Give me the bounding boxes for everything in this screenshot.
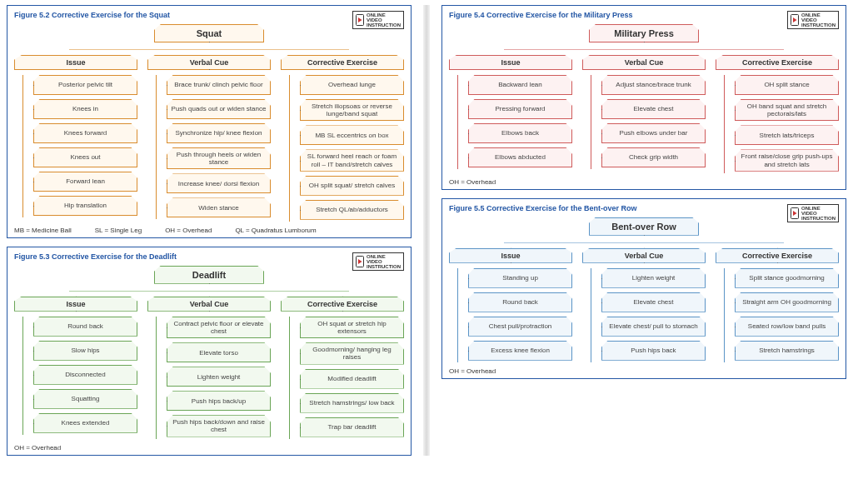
column-header: Corrective Exercise bbox=[716, 248, 839, 263]
tree-item: Check grip width bbox=[601, 147, 706, 167]
column-items: Contract pelvic floor or elevate chestEl… bbox=[156, 317, 271, 439]
tree-item: OH split squat/ stretch calves bbox=[300, 176, 404, 196]
legend-item: SL = Single Leg bbox=[95, 227, 142, 234]
columns: IssueStanding upRound backChest pull/pro… bbox=[449, 248, 839, 362]
column-header: Issue bbox=[449, 248, 572, 263]
column: Corrective ExerciseOverhead lungeStretch… bbox=[281, 55, 404, 222]
page-right: Figure 5.4 Corrective Exercise for the M… bbox=[441, 5, 846, 456]
root-node: Deadlift bbox=[154, 266, 264, 284]
tree-item: Goodmorning/ hanging leg raises bbox=[300, 342, 404, 364]
column-items: OH split stanceOH band squat and stretch… bbox=[724, 75, 839, 173]
column-header: Verbal Cue bbox=[147, 55, 271, 70]
tree-item: Split stance goodmorning bbox=[735, 268, 839, 288]
tree-item: Widen stance bbox=[167, 197, 271, 217]
tree-item: Modified deadlift bbox=[300, 369, 404, 389]
diagram-tree: Military PressIssueBackward leanPressing… bbox=[449, 24, 839, 173]
column: IssuePosterior pelvic tiltKnees inKnees … bbox=[14, 55, 137, 222]
figure-title: Figure 5.5 Corrective Exercise for the B… bbox=[449, 204, 839, 212]
tree-item: Push elbows under bar bbox=[601, 123, 706, 143]
tree-item: OH split stance bbox=[735, 75, 839, 95]
tree-item: Stretch QL/ab/adductors bbox=[300, 200, 404, 220]
tree-item: MB SL eccentrics on box bbox=[300, 125, 404, 145]
column: IssueBackward leanPressing forwardElbows… bbox=[449, 55, 572, 173]
tree-item: Trap bar deadlift bbox=[300, 417, 404, 437]
tree-item: Increase knee/ dorsi flexion bbox=[167, 173, 271, 193]
tree-item: Push hips back/up bbox=[167, 391, 271, 411]
legend-item: OH = Overhead bbox=[449, 178, 496, 186]
tree-item: Push through heels or widen stance bbox=[167, 147, 271, 169]
tree-item: Round back bbox=[33, 317, 137, 337]
legend-item: OH = Overhead bbox=[165, 227, 212, 234]
tree-item: Pressing forward bbox=[468, 99, 572, 119]
tree-item: OH squat or stretch hip extensors bbox=[300, 317, 404, 338]
diagram-tree: Bent-over RowIssueStanding upRound backC… bbox=[449, 217, 839, 362]
book-spread: Figure 5.2 Corrective Exercise for the S… bbox=[7, 5, 846, 456]
tree-item: Hip translation bbox=[33, 196, 137, 216]
figure-panel-squat: Figure 5.2 Corrective Exercise for the S… bbox=[7, 5, 412, 238]
tree-item: Push quads out or widen stance bbox=[167, 99, 271, 119]
column-items: Posterior pelvic tiltKnees inKnees forwa… bbox=[22, 75, 137, 217]
tree-item: Standing up bbox=[468, 268, 572, 288]
column: Verbal CueLighten weightElevate chestEle… bbox=[582, 248, 706, 362]
tree-item: Forward lean bbox=[33, 172, 137, 192]
book-spine bbox=[423, 5, 430, 456]
column-items: OH squat or stretch hip extensorsGoodmor… bbox=[289, 317, 404, 439]
tree-item: Contract pelvic floor or elevate chest bbox=[167, 317, 271, 338]
tree-item: Slow hips bbox=[33, 341, 137, 361]
tree-item: Synchronize hip/ knee flexion bbox=[167, 123, 271, 143]
legend-item: OH = Overhead bbox=[14, 444, 61, 452]
column: Corrective ExerciseOH squat or stretch h… bbox=[281, 297, 404, 439]
root-node: Military Press bbox=[589, 24, 699, 42]
column-items: Split stance goodmorningStraight arm OH … bbox=[724, 268, 839, 362]
column: Verbal CueBrace trunk/ clinch pelvic flo… bbox=[147, 55, 271, 222]
column-header: Corrective Exercise bbox=[281, 55, 404, 70]
tree-item: Overhead lunge bbox=[300, 75, 404, 95]
tree-item: Backward lean bbox=[468, 75, 572, 95]
column-items: Lighten weightElevate chestElevate chest… bbox=[591, 268, 706, 362]
column: IssueStanding upRound backChest pull/pro… bbox=[449, 248, 572, 362]
tree-item: Elevate torso bbox=[167, 342, 271, 362]
tree-item: Chest pull/protraction bbox=[468, 317, 572, 337]
tree-item: Brace trunk/ clinch pelvic floor bbox=[167, 75, 271, 95]
column-header: Verbal Cue bbox=[582, 55, 706, 70]
svg-marker-7 bbox=[793, 211, 797, 216]
column-items: Brace trunk/ clinch pelvic floorPush qua… bbox=[156, 75, 271, 219]
figure-title: Figure 5.2 Corrective Exercise for the S… bbox=[14, 11, 404, 19]
tree-item: Elevate chest/ pull to stomach bbox=[601, 317, 706, 337]
figure-title: Figure 5.3 Corrective Exercise for the D… bbox=[14, 252, 404, 261]
column-items: Round backSlow hipsDisconnectedSquatting… bbox=[22, 317, 137, 435]
tree-item: Push hips back bbox=[601, 341, 706, 361]
figure-title: Figure 5.4 Corrective Exercise for the M… bbox=[449, 11, 839, 19]
columns: IssuePosterior pelvic tiltKnees inKnees … bbox=[14, 55, 404, 222]
tree-item: Lighten weight bbox=[601, 268, 706, 288]
tree-item: Lighten weight bbox=[167, 367, 271, 387]
column-header: Corrective Exercise bbox=[716, 55, 839, 70]
column: Verbal CueContract pelvic floor or eleva… bbox=[147, 297, 271, 439]
legend: OH = Overhead bbox=[449, 367, 839, 375]
svg-marker-3 bbox=[358, 259, 362, 264]
root-node: Bent-over Row bbox=[589, 217, 699, 236]
column: IssueRound backSlow hipsDisconnectedSqua… bbox=[14, 297, 137, 439]
tree-item: Squatting bbox=[33, 389, 137, 409]
tree-item: Elbows back bbox=[468, 123, 572, 143]
tree-item: Knees forward bbox=[33, 123, 137, 143]
tree-item: Seated row/low band pulls bbox=[735, 317, 839, 337]
figure-panel-deadlift: Figure 5.3 Corrective Exercise for the D… bbox=[7, 247, 412, 456]
legend: MB = Medicine BallSL = Single LegOH = Ov… bbox=[14, 227, 404, 234]
tree-item: Stretch lats/triceps bbox=[735, 125, 839, 145]
columns: IssueRound backSlow hipsDisconnectedSqua… bbox=[14, 297, 404, 439]
svg-marker-5 bbox=[793, 17, 797, 22]
column-header: Corrective Exercise bbox=[281, 297, 404, 312]
tree-item: Front raise/close grip push-ups and stre… bbox=[735, 149, 839, 171]
tree-item: Elbows abducted bbox=[468, 147, 572, 167]
tree-item: Excess knee flexion bbox=[468, 341, 572, 361]
tree-item: Stretch iliopsoas or reverse lunge/band … bbox=[300, 99, 404, 121]
tree-item: SL forward heel reach or foam roll – IT … bbox=[300, 149, 404, 171]
tree-item: Knees in bbox=[33, 99, 137, 119]
branch-connector bbox=[69, 49, 349, 50]
column-header: Verbal Cue bbox=[147, 297, 271, 312]
tree-item: Elevate chest bbox=[601, 292, 706, 312]
tree-item: Straight arm OH goodmorning bbox=[735, 292, 839, 312]
tree-item: Adjust stance/brace trunk bbox=[601, 75, 706, 95]
column-items: Overhead lungeStretch iliopsoas or rever… bbox=[289, 75, 404, 222]
